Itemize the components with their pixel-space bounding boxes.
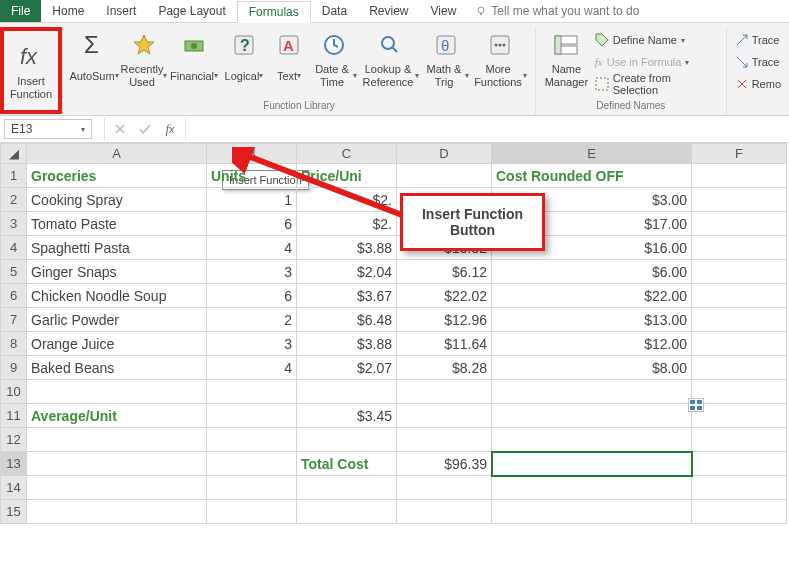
cell[interactable]: Tomato Paste [27,212,207,236]
cell[interactable] [397,500,492,524]
select-all[interactable]: ◢ [1,144,27,164]
cell[interactable]: $12.96 [397,308,492,332]
cell[interactable]: Ginger Snaps [27,260,207,284]
cell[interactable]: Garlic Powder [27,308,207,332]
lookup-reference-button[interactable]: Lookup & Reference ▾ [359,27,421,91]
smart-tag-icon[interactable] [688,398,704,412]
cell[interactable] [492,404,692,428]
col-header-a[interactable]: A [27,144,207,164]
tab-formulas[interactable]: Formulas [237,1,311,23]
cell[interactable] [27,452,207,476]
col-header-b[interactable]: B [207,144,297,164]
cell[interactable]: $6.48 [297,308,397,332]
cell[interactable] [692,500,787,524]
cell[interactable]: $2. [297,212,397,236]
cell[interactable]: $8.00 [492,356,692,380]
cell[interactable] [207,452,297,476]
cell[interactable] [692,236,787,260]
cell[interactable] [297,500,397,524]
formula-input[interactable] [186,119,789,139]
cell[interactable]: 1 [207,188,297,212]
cell[interactable]: Total Cost [297,452,397,476]
col-header-e[interactable]: E [492,144,692,164]
cell[interactable] [397,380,492,404]
cell[interactable] [207,500,297,524]
cell[interactable]: Spaghetti Pasta [27,236,207,260]
cell[interactable] [207,380,297,404]
row-header[interactable]: 5 [1,260,27,284]
tab-file[interactable]: File [0,0,41,22]
cell[interactable] [692,212,787,236]
cell[interactable] [692,356,787,380]
tab-data[interactable]: Data [311,0,358,22]
cell[interactable] [692,164,787,188]
cell[interactable] [297,476,397,500]
row-header[interactable]: 1 [1,164,27,188]
trace-precedents-button[interactable]: Trace [733,29,783,51]
cell[interactable] [492,476,692,500]
cell[interactable]: $6.00 [492,260,692,284]
tab-home[interactable]: Home [41,0,95,22]
cell[interactable] [27,428,207,452]
cell[interactable]: $22.00 [492,284,692,308]
row-header[interactable]: 13 [1,452,27,476]
cell[interactable] [207,476,297,500]
cell[interactable]: $96.39 [397,452,492,476]
tab-view[interactable]: View [420,0,468,22]
cell[interactable]: $3.88 [297,236,397,260]
tell-me[interactable]: Tell me what you want to do [467,0,647,22]
insert-function-button[interactable]: fx Insert Function [0,27,62,114]
cell[interactable]: Chicken Noodle Soup [27,284,207,308]
cell[interactable]: 4 [207,356,297,380]
row-header[interactable]: 8 [1,332,27,356]
cancel-formula-button[interactable] [109,119,131,139]
cell[interactable]: $13.00 [492,308,692,332]
row-header[interactable]: 14 [1,476,27,500]
cell[interactable] [397,428,492,452]
create-from-selection-button[interactable]: Create from Selection [591,73,720,95]
cell[interactable]: Price/Uni [297,164,397,188]
cell[interactable]: 6 [207,284,297,308]
cell[interactable]: $22.02 [397,284,492,308]
cell[interactable]: Units [207,164,297,188]
cell[interactable] [492,380,692,404]
cell[interactable] [297,428,397,452]
date-time-button[interactable]: Date & Time ▾ [309,27,359,91]
spreadsheet-grid[interactable]: ◢ A B C D E F 1 Groceries Units Price/Un… [0,143,787,524]
cell[interactable]: Baked Beans [27,356,207,380]
col-header-f[interactable]: F [692,144,787,164]
cell[interactable] [692,404,787,428]
cell[interactable] [397,476,492,500]
cell[interactable]: 3 [207,332,297,356]
math-trig-button[interactable]: θ Math & Trig ▾ [421,27,471,91]
cell[interactable] [492,500,692,524]
row-header[interactable]: 7 [1,308,27,332]
remove-arrows-button[interactable]: Remo [733,73,783,95]
cell[interactable]: $6.12 [397,260,492,284]
tab-insert[interactable]: Insert [95,0,147,22]
cell[interactable]: 2 [207,308,297,332]
cell[interactable] [297,380,397,404]
row-header[interactable]: 11 [1,404,27,428]
cell[interactable] [27,380,207,404]
cell[interactable] [207,428,297,452]
cell[interactable]: Orange Juice [27,332,207,356]
fx-button[interactable]: fx [159,119,181,139]
trace-dependents-button[interactable]: Trace [733,51,783,73]
cell[interactable] [692,380,787,404]
cell[interactable]: 3 [207,260,297,284]
cell[interactable]: Groceries [27,164,207,188]
cell[interactable]: $2.04 [297,260,397,284]
row-header[interactable]: 12 [1,428,27,452]
col-header-d[interactable]: D [397,144,492,164]
row-header[interactable]: 6 [1,284,27,308]
cell[interactable]: $3.45 [297,404,397,428]
cell[interactable] [397,164,492,188]
cell[interactable]: $3.67 [297,284,397,308]
selected-cell[interactable] [492,452,692,476]
enter-formula-button[interactable] [134,119,156,139]
cell[interactable] [27,500,207,524]
cell[interactable] [692,452,787,476]
cell[interactable] [207,404,297,428]
cell[interactable] [27,476,207,500]
